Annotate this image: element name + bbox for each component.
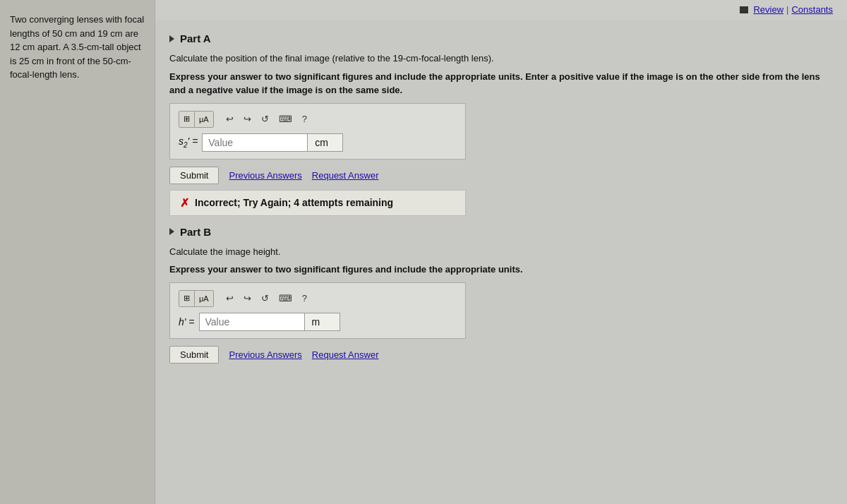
part-a-section: Part A Calculate the position of the fin… [169, 32, 833, 216]
mu-button[interactable]: μA [195, 112, 213, 127]
part-b-request-answer-button[interactable]: Request Answer [312, 349, 379, 360]
problem-text: Two converging lenses with focal lengths… [10, 14, 144, 80]
part-a-value-input[interactable] [202, 133, 308, 152]
part-b-answer-box: ⊞ μA ↩ ↪ ↺ ⌨ ? h' = m [169, 282, 466, 339]
part-a-error-text: Incorrect; Try Again; 4 attempts remaini… [195, 197, 393, 208]
right-panel: Review | Constants Part A Calculate the … [155, 0, 847, 504]
part-a-previous-answers-button[interactable]: Previous Answers [229, 170, 301, 181]
error-x-icon: ✗ [180, 196, 189, 210]
part-a-input-label: s2' = [179, 136, 198, 149]
part-a-problem-line2: Express your answer to two significant f… [169, 70, 833, 97]
part-a-input-row: s2' = cm [179, 133, 457, 152]
problem-statement: Two converging lenses with focal lengths… [0, 0, 155, 504]
redo-icon[interactable]: ↪ [244, 114, 251, 124]
part-b-matrix-button[interactable]: ⊞ [179, 291, 195, 306]
part-b-header: Part B [169, 226, 833, 238]
part-a-title: Part A [180, 32, 211, 44]
separator: | [786, 4, 788, 15]
review-icon [740, 6, 748, 13]
part-b-toggle[interactable] [169, 228, 174, 235]
part-a-problem-line1: Calculate the position of the final imag… [169, 52, 833, 66]
part-b-submit-button[interactable]: Submit [169, 346, 219, 364]
part-b-mu-button[interactable]: μA [195, 291, 213, 306]
part-b-title: Part B [180, 226, 211, 238]
part-a-request-answer-button[interactable]: Request Answer [312, 170, 379, 181]
part-a-submit-button[interactable]: Submit [169, 167, 219, 184]
part-b-refresh-icon[interactable]: ↺ [261, 293, 269, 304]
part-b-submit-row: Submit Previous Answers Request Answer [169, 346, 833, 364]
part-a-toolbar: ⊞ μA ↩ ↪ ↺ ⌨ ? [179, 111, 457, 128]
part-b-toolbar: ⊞ μA ↩ ↪ ↺ ⌨ ? [179, 290, 457, 307]
part-a-answer-box: ⊞ μA ↩ ↪ ↺ ⌨ ? s2' = cm [169, 103, 466, 160]
part-b-help-icon[interactable]: ? [302, 293, 307, 304]
undo-icon[interactable]: ↩ [226, 114, 234, 124]
part-b-unit: m [305, 313, 340, 331]
keyboard-icon[interactable]: ⌨ [279, 114, 292, 124]
part-a-error-box: ✗ Incorrect; Try Again; 4 attempts remai… [169, 190, 466, 216]
part-a-header: Part A [169, 32, 833, 44]
part-a-toolbar-group1: ⊞ μA [179, 111, 214, 128]
review-link[interactable]: Review [753, 4, 783, 15]
content-area: Part A Calculate the position of the fin… [155, 20, 847, 383]
matrix-button[interactable]: ⊞ [179, 112, 195, 127]
part-a-submit-row: Submit Previous Answers Request Answer [169, 167, 833, 184]
part-b-problem-line2: Express your answer to two significant f… [169, 263, 833, 277]
refresh-icon[interactable]: ↺ [261, 114, 269, 124]
part-b-previous-answers-button[interactable]: Previous Answers [229, 349, 301, 360]
part-b-toolbar-group1: ⊞ μA [179, 290, 214, 307]
part-b-input-row: h' = m [179, 313, 457, 331]
part-a-unit: cm [308, 133, 343, 152]
part-b-redo-icon[interactable]: ↪ [244, 293, 251, 304]
part-b-problem-line1: Calculate the image height. [169, 245, 833, 259]
part-a-toggle[interactable] [169, 35, 174, 42]
part-b-section: Part B Calculate the image height. Expre… [169, 226, 833, 364]
constants-link[interactable]: Constants [791, 4, 833, 15]
top-bar: Review | Constants [155, 0, 847, 20]
help-icon[interactable]: ? [302, 114, 307, 124]
part-b-input-label: h' = [179, 316, 195, 328]
part-b-value-input[interactable] [199, 313, 305, 331]
part-b-keyboard-icon[interactable]: ⌨ [279, 293, 292, 304]
part-b-undo-icon[interactable]: ↩ [226, 293, 234, 304]
